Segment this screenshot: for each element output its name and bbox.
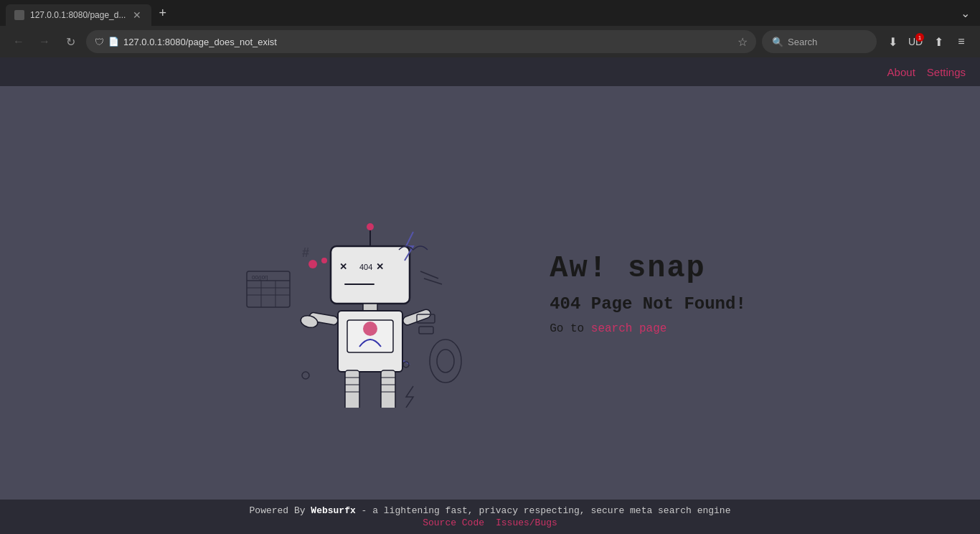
svg-text:✕: ✕ [339,261,347,272]
svg-line-32 [420,271,438,278]
svg-rect-37 [419,327,433,334]
bookmark-star-icon[interactable]: ☆ [738,35,748,49]
tab-bar-menu-icon[interactable]: ⌄ [956,6,974,20]
lock-icon: 📄 [108,37,119,47]
security-icon: 🛡 [95,37,104,47]
tab-title: 127.0.0.1:8080/page_d... [30,10,126,20]
main-content: # 00(|0!] ✕ 404 ✕ [0,86,980,500]
tab-favicon [14,10,24,20]
goto-prefix: Go to [550,322,591,335]
app-navigation-bar: About Settings [0,57,980,86]
tab-bar: 127.0.0.1:8080/page_d... ✕ + ⌄ [0,0,980,26]
svg-point-39 [302,372,309,379]
nav-right-icons: ⬇ UD 1 ⬆ ≡ [882,32,971,52]
search-page-link[interactable]: search page [591,322,667,335]
forward-button[interactable]: → [34,32,55,52]
back-button[interactable]: ← [9,32,29,52]
svg-text:00(|0!]: 00(|0!] [252,274,268,281]
address-bar[interactable]: 🛡 📄 ☆ [86,30,756,53]
browser-chrome: 127.0.0.1:8080/page_d... ✕ + ⌄ ← → ↻ 🛡 📄… [0,0,980,57]
url-input[interactable] [123,37,733,47]
svg-text:✕: ✕ [376,261,384,272]
footer-tagline: Powered By Websurfx - a lightening fast,… [250,505,731,516]
about-link[interactable]: About [887,66,915,78]
search-icon: 🔍 [772,37,783,47]
powered-by-text: Powered By [250,505,311,516]
issues-bugs-link[interactable]: Issues/Bugs [496,517,557,528]
footer: Powered By Websurfx - a lightening fast,… [0,500,980,534]
svg-rect-27 [381,370,395,408]
svg-point-35 [437,350,454,373]
extension-badge-count: 1 [915,33,924,42]
new-tab-button[interactable]: + [154,4,171,22]
settings-link[interactable]: Settings [927,66,966,78]
svg-rect-10 [331,246,410,304]
svg-text:#: # [302,245,309,260]
navigation-bar: ← → ↻ 🛡 📄 ☆ 🔍 Search ⬇ UD 1 ⬆ ≡ [0,26,980,57]
menu-icon[interactable]: ≡ [951,32,971,52]
extension-badge-icon[interactable]: UD 1 [905,32,925,52]
svg-text:404: 404 [359,263,372,271]
brand-name: Websurfx [311,505,355,516]
share-icon[interactable]: ⬆ [928,32,948,52]
svg-point-41 [367,223,374,230]
error-text-container: Aw! snap 404 Page Not Found! Go to searc… [550,251,746,335]
svg-line-33 [424,278,442,284]
browser-search-box[interactable]: 🔍 Search [762,30,877,53]
tab-close-button[interactable]: ✕ [131,9,143,21]
footer-links: Source Code Issues/Bugs [423,517,557,528]
svg-rect-22 [345,370,359,408]
active-tab[interactable]: 127.0.0.1:8080/page_d... ✕ [6,4,151,26]
footer-tagline-text: - a lightening fast, privacy respecting,… [356,505,731,516]
robot-svg: # 00(|0!] ✕ 404 ✕ [234,178,507,408]
svg-point-34 [430,339,461,383]
svg-rect-15 [363,304,377,311]
svg-point-18 [363,322,377,336]
search-label: Search [788,37,817,47]
error-subheading: 404 Page Not Found! [550,294,746,314]
robot-illustration: # 00(|0!] ✕ 404 ✕ [234,178,507,408]
source-code-link[interactable]: Source Code [423,517,484,528]
reload-button[interactable]: ↻ [60,32,80,52]
download-icon[interactable]: ⬇ [882,32,903,52]
error-goto-text: Go to search page [550,322,746,335]
svg-point-2 [321,258,327,263]
svg-point-1 [308,260,317,268]
error-heading: Aw! snap [550,251,746,286]
